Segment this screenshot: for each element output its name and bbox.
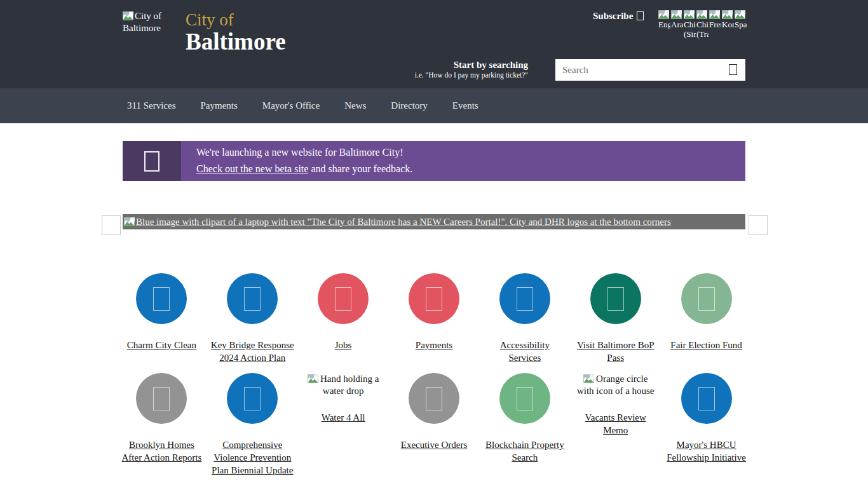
quicklink-circle-icon[interactable] [136, 373, 187, 424]
broken-image-icon [123, 11, 133, 20]
quicklink-circle-icon[interactable] [681, 373, 732, 424]
quicklink-label[interactable]: Key Bridge Response 2024 Action Plan [211, 339, 294, 364]
broken-image-icon [722, 10, 733, 19]
quicklink-tile-payments: Payments [389, 273, 480, 364]
announcement-text: We're launching a new website for Baltim… [181, 141, 745, 181]
language-alt-text: Chinese (Traditional) [696, 20, 709, 39]
quicklink-tile-blockchain-property-search: Blockchain Property Search [479, 373, 570, 477]
quicklink-tile-water-4-all: Hand holding a water dropWater 4 All [298, 373, 389, 477]
site-header: City of Baltimore City of Baltimore Subs… [0, 0, 868, 88]
site-title[interactable]: City of Baltimore [186, 10, 286, 55]
language-flag-chinese-simplified[interactable]: Chinese (Simplified) [684, 10, 696, 39]
missing-glyph-icon [335, 287, 351, 311]
quicklink-circle-icon[interactable] [227, 373, 278, 424]
nav-item-news[interactable]: News [344, 100, 366, 111]
carousel-prev-button[interactable] [102, 215, 121, 235]
announcement-line2: Check out the new beta site and share yo… [196, 161, 739, 177]
quicklink-label[interactable]: Fair Election Fund [670, 339, 742, 351]
language-alt-text: French [709, 20, 721, 29]
broken-image-icon [735, 10, 745, 19]
search-input[interactable] [555, 59, 745, 81]
language-flag-arabic[interactable]: Arabic [671, 10, 683, 39]
language-alt-text: Arabic [671, 20, 683, 29]
main-navigation: 311 ServicesPaymentsMayor's OfficeNewsDi… [0, 88, 868, 123]
missing-glyph-icon [244, 287, 261, 311]
quicklink-tile-jobs: Jobs [298, 273, 389, 364]
beta-announcement-banner: We're launching a new website for Baltim… [123, 141, 745, 181]
quicklink-circle-icon[interactable] [409, 273, 459, 324]
announcement-icon-cell [123, 141, 181, 181]
nav-item-payments[interactable]: Payments [201, 100, 238, 111]
quicklink-circle-icon[interactable] [681, 273, 732, 324]
search-prompt-title: Start by searching [415, 60, 528, 71]
quicklink-tile-vacants-review-memo: Orange circle with icon of a houseVacant… [570, 373, 661, 477]
city-logo-broken-image[interactable]: City of Baltimore [123, 10, 163, 34]
search-prompt-hint: i.e. "How do I pay my parking ticket?" [415, 71, 528, 79]
quicklink-tile-visit-baltimore-bop-pass: Visit Baltimore BoP Pass [570, 273, 661, 364]
missing-glyph-icon [244, 387, 261, 410]
quicklink-label[interactable]: Mayor's HBCU Fellowship Initiative [665, 438, 748, 464]
nav-item-directory[interactable]: Directory [391, 100, 427, 111]
beta-site-link[interactable]: Check out the new beta site [196, 163, 308, 174]
broken-image-icon [124, 217, 135, 226]
missing-glyph-icon [153, 287, 170, 311]
carousel-next-button[interactable] [749, 215, 768, 235]
subscribe-link[interactable]: Subscribe [593, 11, 644, 22]
site-pretitle-text: City of [186, 10, 286, 29]
missing-glyph-icon [517, 287, 533, 311]
language-alt-text: English [658, 20, 670, 29]
quicklink-tile-brooklyn-homes-after-action-reports: Brooklyn Homes After Action Reports [116, 373, 207, 477]
missing-glyph-icon [426, 387, 442, 410]
missing-glyph-icon [698, 287, 715, 311]
search-icon[interactable] [729, 64, 737, 75]
quick-links-grid: Charm City CleanKey Bridge Response 2024… [116, 273, 752, 477]
language-flag-french[interactable]: French [709, 10, 721, 39]
quicklink-circle-icon[interactable] [136, 273, 187, 324]
nav-item-mayor-s-office[interactable]: Mayor's Office [262, 100, 320, 111]
language-switcher: EnglishArabicChinese (Simplified)Chinese… [658, 10, 747, 39]
broken-image-icon [684, 10, 695, 19]
quicklink-label[interactable]: Visit Baltimore BoP Pass [574, 339, 657, 364]
language-flag-english[interactable]: English [658, 10, 670, 39]
quicklink-label[interactable]: Accessibility Services [483, 339, 566, 364]
quicklink-broken-image[interactable]: Hand holding a water drop [302, 373, 385, 397]
broken-image-icon [583, 374, 594, 383]
site-title-text: Baltimore [186, 29, 286, 55]
quicklink-label[interactable]: Vacants Review Memo [574, 411, 657, 437]
quicklink-tile-mayor-s-hbcu-fellowship-initiative: Mayor's HBCU Fellowship Initiative [661, 373, 752, 477]
quicklink-tile-accessibility-services: Accessibility Services [479, 273, 570, 364]
subscribe-label: Subscribe [593, 11, 633, 21]
nav-item-events[interactable]: Events [452, 100, 478, 111]
hero-carousel: Blue image with clipart of a laptop with… [123, 214, 745, 235]
quicklink-label[interactable]: Charm City Clean [127, 339, 196, 351]
carousel-slide[interactable]: Blue image with clipart of a laptop with… [123, 214, 745, 229]
broken-image-icon [308, 374, 318, 383]
quicklink-circle-icon[interactable] [590, 273, 641, 324]
quicklink-label[interactable]: Water 4 All [322, 411, 365, 424]
quicklink-circle-icon[interactable] [499, 273, 550, 324]
quicklink-circle-icon[interactable] [499, 373, 550, 424]
quicklink-broken-image[interactable]: Orange circle with icon of a house [574, 373, 657, 397]
quicklink-label[interactable]: Executive Orders [401, 438, 468, 451]
quicklink-circle-icon[interactable] [227, 273, 278, 324]
nav-item-311-services[interactable]: 311 Services [127, 100, 176, 111]
quicklink-circle-icon[interactable] [409, 373, 459, 424]
quicklink-tile-key-bridge-response-2024-action-plan: Key Bridge Response 2024 Action Plan [207, 273, 298, 364]
quicklink-label[interactable]: Brooklyn Homes After Action Reports [120, 438, 203, 464]
carousel-slide-link[interactable]: Blue image with clipart of a laptop with… [136, 217, 671, 227]
quicklink-label[interactable]: Jobs [335, 339, 352, 351]
missing-glyph-icon [517, 387, 533, 410]
language-flag-korean[interactable]: Korean [722, 10, 734, 39]
announcement-line1: We're launching a new website for Baltim… [196, 144, 739, 161]
language-flag-chinese-traditional[interactable]: Chinese (Traditional) [696, 10, 709, 39]
quicklink-label[interactable]: Blockchain Property Search [483, 438, 566, 464]
announcement-line2-rest: and share your feedback. [308, 163, 412, 174]
language-alt-text: Chinese (Simplified) [684, 20, 696, 39]
quicklink-label[interactable]: Comprehensive Violence Prevention Plan B… [211, 438, 294, 477]
broken-image-icon [696, 10, 707, 19]
quicklink-circle-icon[interactable] [318, 273, 369, 324]
quicklink-label[interactable]: Payments [416, 339, 452, 351]
language-alt-text: Korean [722, 20, 734, 29]
main-content: We're launching a new website for Baltim… [0, 141, 868, 477]
language-flag-spanish[interactable]: Spanish [735, 10, 747, 39]
